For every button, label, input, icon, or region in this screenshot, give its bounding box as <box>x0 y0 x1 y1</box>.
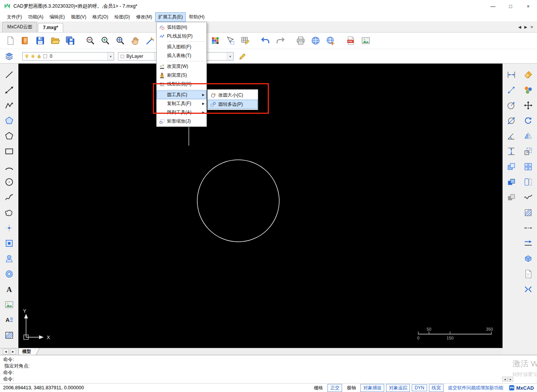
polygon-blue-button[interactable] <box>2 113 16 128</box>
zoom-extents-button[interactable] <box>114 34 127 47</box>
converge-button[interactable] <box>521 282 535 297</box>
toggle-ortho[interactable]: 正交 <box>327 384 342 392</box>
menu-item-rect-scale[interactable]: 矩形缩放(J) <box>157 117 206 126</box>
squares-gray-button[interactable] <box>504 190 519 205</box>
layer-combo[interactable]: 0 ▼ <box>22 52 114 61</box>
text-a-button[interactable]: A <box>2 282 16 297</box>
revcloud-button[interactable] <box>2 205 16 220</box>
xline-button[interactable] <box>2 83 16 97</box>
menubar-item-3[interactable]: 视图(V) <box>68 12 89 22</box>
tab-scroll-left-button[interactable]: ◀ <box>518 25 521 29</box>
dim-diameter-button[interactable] <box>504 113 519 128</box>
menu-item-array-tools[interactable]: 阵列工具(A)▶ <box>157 108 206 117</box>
drawing-canvas[interactable]: Y X 503500150 <box>18 64 503 348</box>
hatch-button[interactable] <box>2 328 16 343</box>
open-cloud-button[interactable] <box>19 34 32 47</box>
line-button[interactable] <box>2 67 16 82</box>
command-scroll-right-button[interactable]: ▶ <box>508 377 513 382</box>
submenu-item-circle-to-polygon[interactable]: 圆转多边(P) <box>208 100 258 109</box>
save-button[interactable] <box>34 34 47 47</box>
globe-button[interactable] <box>309 34 322 47</box>
feedback-link[interactable]: 提交软件问题或增加新功能 <box>448 385 503 391</box>
measure-button[interactable] <box>144 34 157 47</box>
lengthen-button[interactable] <box>521 236 535 251</box>
globe-link-button[interactable] <box>324 34 337 47</box>
menubar-item-4[interactable]: 格式(O) <box>89 12 111 22</box>
menu-item-arc-to-circle[interactable]: 弧转圆(H) <box>157 23 206 32</box>
menu-item-brush-width[interactable]: 刷宽度(S) <box>157 71 206 80</box>
polyline-button[interactable] <box>2 98 16 113</box>
erase-diamond-button[interactable] <box>521 67 535 82</box>
menu-item-insert-frame[interactable]: 插入图框(F) <box>157 43 206 51</box>
rotate-button[interactable] <box>521 113 535 128</box>
close-button[interactable]: × <box>519 0 537 12</box>
scale-box-button[interactable] <box>521 144 535 159</box>
redo-button[interactable] <box>274 34 287 47</box>
lineweight-pencil-button[interactable] <box>238 52 247 61</box>
polygon-button[interactable] <box>2 129 16 143</box>
arc-button[interactable] <box>2 159 16 174</box>
donut-button[interactable] <box>2 267 16 281</box>
menubar-item-1[interactable]: 功能(A) <box>25 12 46 22</box>
menu-item-change-width[interactable]: 改宽度(W) <box>157 62 206 71</box>
menubar-item-0[interactable]: 文件(F) <box>4 12 25 22</box>
linetype-combo-arrow-icon[interactable]: ▼ <box>227 52 233 60</box>
color-dots-button[interactable] <box>521 83 535 97</box>
dim-aligned-button[interactable] <box>504 83 519 97</box>
command-area[interactable]: 命令: 指定对角点:命令:命令: 激活 W 转到"设置"以 ◀ ▶ <box>0 355 537 383</box>
move-button[interactable] <box>521 98 535 113</box>
menubar-item-2[interactable]: 编辑(E) <box>46 12 68 22</box>
toggle-grid[interactable]: 栅格 <box>311 384 326 392</box>
model-tab[interactable]: 模型 <box>18 348 34 355</box>
offset-button[interactable] <box>521 175 535 189</box>
tab-scroll-right-button[interactable]: ▶ <box>524 25 527 29</box>
toggle-dyn[interactable]: DYN <box>412 384 427 391</box>
image-button[interactable] <box>2 297 16 312</box>
new-file-button[interactable] <box>4 34 17 47</box>
menu-item-pl-reverse[interactable]: PL线反转(P) <box>157 32 206 41</box>
layout-prev-button[interactable]: ◀ <box>3 349 9 354</box>
dim-vertical-button[interactable] <box>504 144 519 159</box>
layer-combo-arrow-icon[interactable]: ▼ <box>107 52 114 60</box>
sheet-button[interactable] <box>521 267 535 281</box>
menu-item-linetype-scale[interactable]: 线型比例(X) <box>157 80 206 89</box>
drawn-circle[interactable] <box>197 160 279 242</box>
dashdot-button[interactable] <box>521 221 535 235</box>
dim-radius-button[interactable] <box>504 98 519 113</box>
minimize-button[interactable]: — <box>484 0 502 12</box>
color-combo[interactable]: ByLayer ▼ <box>118 52 161 61</box>
image-button[interactable] <box>359 34 372 47</box>
print-button[interactable] <box>294 34 307 47</box>
undo-button[interactable] <box>259 34 272 47</box>
circle-button[interactable] <box>2 175 16 189</box>
tab-close-button[interactable]: × <box>530 24 533 30</box>
menubar-item-7[interactable]: 扩展工具(E) <box>155 12 186 22</box>
menubar-item-8[interactable]: 帮助(H) <box>186 12 208 22</box>
block-button[interactable] <box>2 236 16 251</box>
document-tab-1[interactable]: 7.mxg* <box>38 23 63 32</box>
document-tab-0[interactable]: MxCAD云图 <box>2 22 37 32</box>
layer-manager-button[interactable] <box>5 52 14 61</box>
command-scroll-left-button[interactable]: ◀ <box>502 377 508 382</box>
zoom-out-button[interactable] <box>84 34 97 47</box>
spline-button[interactable] <box>2 190 16 205</box>
select-button[interactable] <box>224 34 237 47</box>
wave-button[interactable] <box>521 190 535 205</box>
palette-button[interactable] <box>209 34 222 47</box>
pdf-button[interactable]: PDF <box>344 34 357 47</box>
rect-button[interactable] <box>2 144 16 159</box>
menubar-item-6[interactable]: 修改(M) <box>133 12 155 22</box>
dim-angular-button[interactable] <box>504 129 519 143</box>
box3d-button[interactable] <box>521 251 535 266</box>
menubar-item-5[interactable]: 绘图(D) <box>111 12 133 22</box>
array-button[interactable] <box>521 159 535 174</box>
mirror-tri-button[interactable] <box>521 129 535 143</box>
stamp-button[interactable] <box>2 251 16 266</box>
pan-hand-button[interactable] <box>129 34 142 47</box>
hatch-box-button[interactable] <box>521 205 535 220</box>
edit-table-button[interactable] <box>239 34 252 47</box>
menu-item-insert-table[interactable]: 插入表格(T) <box>157 51 206 60</box>
squares-blue2-button[interactable] <box>504 175 519 189</box>
dim-linear-button[interactable] <box>504 67 519 82</box>
menu-item-copy-tools[interactable]: 复制工具(F)▶ <box>157 99 206 108</box>
